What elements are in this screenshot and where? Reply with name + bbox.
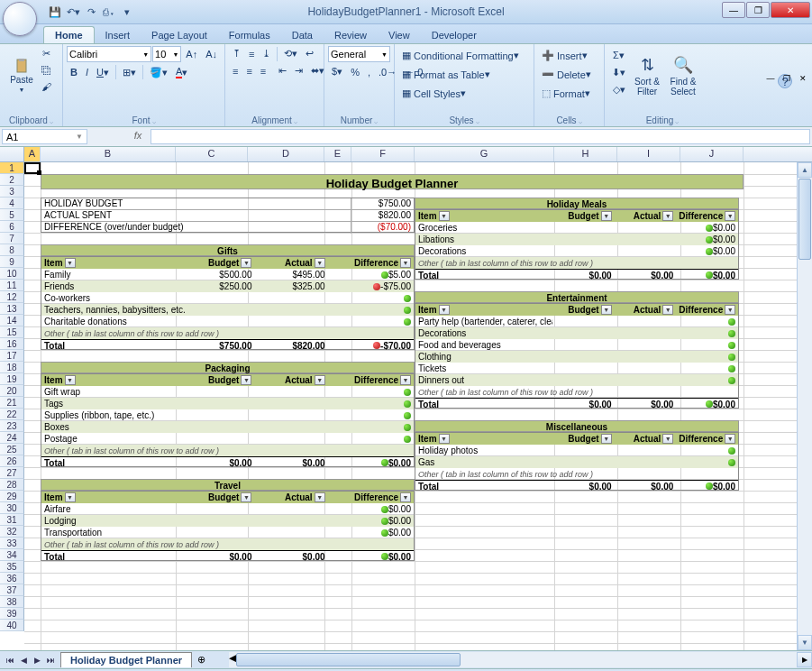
horizontal-scrollbar[interactable]: ◀ ▶ xyxy=(229,652,812,667)
conditional-formatting-button[interactable]: ▦ Conditional Formatting ▾ xyxy=(398,46,530,65)
qat-undo-icon[interactable]: ↶▾ xyxy=(65,4,81,20)
col-header-J[interactable]: J xyxy=(680,147,744,161)
row-header-9[interactable]: 9 xyxy=(0,256,24,268)
align-bottom-icon[interactable]: ⤓ xyxy=(259,46,274,61)
scroll-down-icon[interactable]: ▼ xyxy=(798,635,812,650)
underline-button[interactable]: U▾ xyxy=(93,65,113,80)
font-color-icon[interactable]: A▾ xyxy=(172,64,191,80)
fx-icon[interactable]: fx xyxy=(125,127,151,146)
row-header-29[interactable]: 29 xyxy=(0,491,24,502)
qat-save-icon[interactable]: 💾 xyxy=(47,4,63,20)
row-header-31[interactable]: 31 xyxy=(0,514,24,526)
autosum-icon[interactable]: Σ▾ xyxy=(608,48,629,63)
minimize-button[interactable]: — xyxy=(722,2,745,18)
row-header-22[interactable]: 22 xyxy=(0,409,24,420)
tab-nav-last-icon[interactable]: ⏭ xyxy=(44,656,57,665)
row-header-23[interactable]: 23 xyxy=(0,420,24,432)
tab-review[interactable]: Review xyxy=(324,27,378,43)
row-header-2[interactable]: 2 xyxy=(0,174,24,186)
row-header-24[interactable]: 24 xyxy=(0,432,24,444)
shrink-font-icon[interactable]: A↓ xyxy=(202,47,221,61)
row-header-12[interactable]: 12 xyxy=(0,291,24,303)
col-header-B[interactable]: B xyxy=(41,147,176,161)
close-button[interactable]: ✕ xyxy=(771,2,810,18)
row-header-13[interactable]: 13 xyxy=(0,303,24,315)
row-header-14[interactable]: 14 xyxy=(0,315,24,326)
row-header-27[interactable]: 27 xyxy=(0,467,24,479)
clear-icon[interactable]: ◇▾ xyxy=(608,82,629,97)
tab-nav-prev-icon[interactable]: ◀ xyxy=(17,656,30,665)
row-header-28[interactable]: 28 xyxy=(0,479,24,491)
scroll-thumb[interactable] xyxy=(798,179,811,260)
tab-data[interactable]: Data xyxy=(281,27,324,43)
scroll-right-icon[interactable]: ▶ xyxy=(797,652,812,667)
col-header-D[interactable]: D xyxy=(248,147,324,161)
col-header-A[interactable]: A xyxy=(24,147,41,161)
row-header-6[interactable]: 6 xyxy=(0,221,24,233)
currency-icon[interactable]: $▾ xyxy=(328,64,346,79)
row-header-34[interactable]: 34 xyxy=(0,549,24,561)
row-header-3[interactable]: 3 xyxy=(0,186,24,198)
cut-icon[interactable]: ✂ xyxy=(38,46,55,61)
col-header-G[interactable]: G xyxy=(415,147,554,161)
row-header-8[interactable]: 8 xyxy=(0,244,24,256)
number-format-box[interactable]: General▼ xyxy=(328,46,390,62)
row-header-7[interactable]: 7 xyxy=(0,233,24,244)
align-center-icon[interactable]: ≡ xyxy=(242,64,255,78)
col-header-F[interactable]: F xyxy=(351,147,415,161)
worksheet[interactable]: ABCDEFGHIJ 12345678910111213141516171819… xyxy=(0,147,812,650)
row-header-18[interactable]: 18 xyxy=(0,362,24,373)
col-header-H[interactable]: H xyxy=(554,147,617,161)
mdi-minimize[interactable]: — xyxy=(762,71,779,86)
insert-cells-button[interactable]: ➕ Insert ▾ xyxy=(538,46,600,65)
row-header-30[interactable]: 30 xyxy=(0,502,24,514)
scroll-up-icon[interactable]: ▲ xyxy=(798,162,812,178)
comma-icon[interactable]: , xyxy=(364,65,374,79)
tab-page-layout[interactable]: Page Layout xyxy=(141,27,218,43)
decrease-indent-icon[interactable]: ⇤ xyxy=(275,63,290,78)
fill-icon[interactable]: ⬇▾ xyxy=(608,65,629,80)
font-name-box[interactable]: Calibri▼ xyxy=(67,46,151,62)
align-top-icon[interactable]: ⤒ xyxy=(229,46,244,61)
select-all-corner[interactable] xyxy=(0,147,24,161)
cell-styles-button[interactable]: ▦ Cell Styles ▾ xyxy=(398,84,530,103)
align-left-icon[interactable]: ≡ xyxy=(229,64,242,78)
tab-formulas[interactable]: Formulas xyxy=(218,27,281,43)
row-header-25[interactable]: 25 xyxy=(0,444,24,455)
row-header-10[interactable]: 10 xyxy=(0,268,24,280)
col-header-C[interactable]: C xyxy=(176,147,248,161)
orientation-icon[interactable]: ⟲▾ xyxy=(280,46,301,61)
row-header-15[interactable]: 15 xyxy=(0,326,24,338)
row-header-36[interactable]: 36 xyxy=(0,573,24,584)
increase-indent-icon[interactable]: ⇥ xyxy=(291,63,306,78)
vertical-scrollbar[interactable]: ▲ ▼ xyxy=(797,162,812,650)
border-icon[interactable]: ⊞▾ xyxy=(119,65,140,80)
align-middle-icon[interactable]: ≡ xyxy=(245,47,258,61)
row-header-20[interactable]: 20 xyxy=(0,385,24,397)
tab-nav-next-icon[interactable]: ▶ xyxy=(31,656,43,665)
col-header-I[interactable]: I xyxy=(617,147,680,161)
row-header-19[interactable]: 19 xyxy=(0,373,24,385)
row-header-38[interactable]: 38 xyxy=(0,596,24,608)
sort-filter-button[interactable]: ⇅Sort & Filter xyxy=(629,46,665,106)
sheet-tab-active[interactable]: Holiday Budget Planner xyxy=(60,652,192,667)
paste-button[interactable]: Paste▼ xyxy=(4,46,40,106)
row-header-17[interactable]: 17 xyxy=(0,350,24,362)
find-select-button[interactable]: 🔍Find & Select xyxy=(665,46,701,106)
tab-insert[interactable]: Insert xyxy=(95,27,141,43)
mdi-restore[interactable]: ❐ xyxy=(779,71,795,86)
fill-color-icon[interactable]: 🪣▾ xyxy=(146,65,171,80)
row-header-21[interactable]: 21 xyxy=(0,397,24,409)
qat-customize-icon[interactable]: ▾ xyxy=(119,4,135,20)
new-sheet-icon[interactable]: ⊕ xyxy=(192,652,211,667)
qat-print-icon[interactable]: ⎙▾ xyxy=(101,4,117,20)
name-box[interactable]: A1▼ xyxy=(2,129,87,144)
row-header-1[interactable]: 1 xyxy=(0,162,24,174)
copy-icon[interactable]: ⿻ xyxy=(38,63,55,78)
grow-font-icon[interactable]: A↑ xyxy=(182,47,201,61)
row-header-35[interactable]: 35 xyxy=(0,561,24,573)
wrap-text-icon[interactable]: ↩ xyxy=(302,46,317,61)
percent-icon[interactable]: % xyxy=(347,65,363,79)
format-as-table-button[interactable]: ▦ Format as Table ▾ xyxy=(398,65,530,84)
formula-input[interactable] xyxy=(151,129,810,144)
